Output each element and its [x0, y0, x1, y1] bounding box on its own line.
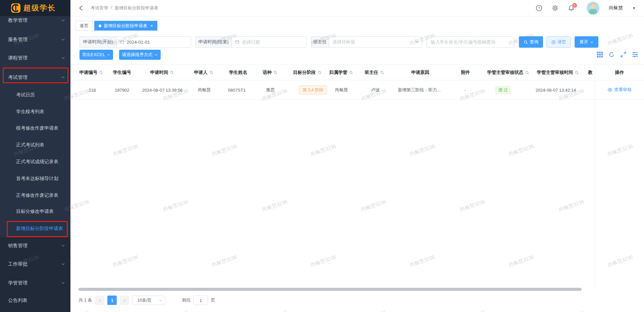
back-chevron-icon[interactable] [78, 5, 85, 11]
column-header-label: 语种 [263, 70, 272, 76]
column-header-label: 附件 [461, 70, 470, 76]
teacher-select[interactable]: 选择目标值 [329, 36, 422, 48]
student-search-input[interactable] [426, 36, 514, 48]
page-size-select[interactable]: 10条/页 [132, 296, 165, 305]
sidebar-item-sub-8[interactable]: 正式考试成绩记录表 [0, 154, 70, 169]
column-header-label: 教 [588, 70, 593, 76]
sidebar-item-2[interactable]: 课程管理 [0, 50, 70, 65]
main-content: 考试管理 / 新增目标分阶段申请表 ? [70, 0, 644, 312]
column-header-12: 学管主管审核时间 [537, 70, 579, 76]
calendar-icon [235, 40, 239, 44]
column-header-label: 学管主管审核时间 [537, 70, 573, 76]
horizontal-scrollbar[interactable] [78, 288, 582, 291]
column-search-icon[interactable] [317, 71, 321, 75]
column-header-label: 目标分阶段 [293, 70, 316, 76]
table-row[interactable]: 2181979022024-08-07 13:39:56尚稣慧0807ST1雅思… [70, 81, 644, 100]
goto-unit: 页 [211, 297, 215, 303]
sidebar-item-1[interactable]: 服务管理 [0, 32, 70, 47]
sidebar-item-3[interactable]: 考试管理 [0, 70, 70, 85]
sidebar-item-sub-7[interactable]: 正式考试列表 [0, 138, 70, 152]
fullscreen-icon[interactable] [621, 52, 626, 57]
column-header-3: 申请人 [194, 70, 213, 76]
column-search-icon[interactable] [209, 71, 213, 75]
app: 超级学长 教学管理服务管理课程管理考试管理考试日历学生模考列表模考修改作废申请表… [0, 0, 644, 312]
start-date-label: 申请时间(开始) [79, 36, 116, 48]
sidebar-item-14[interactable]: 工作审批 [0, 257, 70, 271]
fixed-operation-column: 操作 查看审核 [595, 64, 644, 288]
user-name[interactable]: 尚稣慧 [609, 5, 623, 11]
start-date-input[interactable] [116, 36, 191, 48]
topbar-actions: ? 0 [536, 2, 644, 14]
sidebar-item-sub-5[interactable]: 学生模考列表 [0, 104, 70, 119]
sidebar-item-sub-11[interactable]: 目标分修改申请表 [0, 204, 70, 219]
next-page-button[interactable]: › [120, 296, 129, 305]
column-header-label: 班主任 [365, 70, 378, 76]
column-header-label: 申请原因 [411, 70, 429, 76]
column-search-icon[interactable] [349, 71, 353, 75]
expand-button[interactable]: 展开 [575, 36, 598, 48]
sidebar-item-0[interactable]: 教学管理 [0, 13, 70, 28]
view-audit-link[interactable]: 查看审核 [607, 87, 632, 93]
start-date-value[interactable] [127, 40, 187, 45]
sidebar-item-label: 工作审批 [8, 261, 28, 267]
column-search-icon[interactable] [170, 71, 174, 75]
sidebar-item-sub-4[interactable]: 考试日历 [0, 88, 70, 102]
sidebar-item-label: 课程管理 [8, 55, 28, 61]
sidebar-item-label: 公告列表 [8, 297, 28, 304]
gear-icon[interactable] [552, 5, 558, 11]
sidebar-item-sub-12[interactable]: 新增目标分阶段申请表 [0, 221, 70, 236]
tab-active-dot [99, 25, 101, 27]
badge-green: 通 过 [495, 86, 511, 94]
chevron-down-icon [61, 281, 65, 285]
sidebar-item-label: 正式考试列表 [16, 142, 44, 148]
refresh-icon[interactable] [609, 52, 614, 57]
end-date-input[interactable] [231, 36, 307, 48]
column-header-8: 班主任 [365, 70, 384, 76]
breadcrumb: 考试管理 / 新增目标分阶段申请表 [91, 5, 158, 11]
column-header-6: 目标分阶段 [293, 70, 322, 76]
column-header-10: 附件 [461, 70, 470, 76]
column-search-icon[interactable] [380, 71, 384, 75]
sidebar-item-label: 首考未达标辅导计划 [16, 176, 58, 182]
end-date-label: 申请时间(结束) [195, 36, 231, 48]
sort-select-button[interactable]: 请选择排序方式 [119, 50, 161, 60]
avatar[interactable] [587, 2, 599, 14]
page-size-value: 10条/页 [137, 298, 151, 303]
tab-home[interactable]: 首页 [75, 21, 93, 31]
column-search-icon[interactable] [273, 71, 277, 75]
page-1-button[interactable]: 1 [107, 296, 117, 305]
action-bar: 导出EXCEL 请选择排序方式 [70, 50, 644, 60]
end-date-value[interactable] [242, 40, 303, 45]
chevron-up-icon [61, 75, 65, 79]
sidebar-item-label: 销售管理 [8, 242, 28, 249]
sidebar-item-15[interactable]: 学管管理 [0, 275, 70, 290]
column-search-icon[interactable] [525, 71, 529, 75]
sidebar-item-13[interactable]: 销售管理 [0, 238, 70, 253]
goto-page-input[interactable] [193, 296, 208, 305]
tab-close-icon[interactable]: × [150, 24, 153, 28]
sidebar-item-sub-9[interactable]: 首考未达标辅导计划 [0, 171, 70, 186]
user-caret-down-icon[interactable]: ▼ [632, 6, 636, 10]
query-button[interactable]: 查询 [519, 36, 543, 48]
badge-orange: 第 3,4 阶段 [299, 86, 327, 95]
tab-bar: 首页 新增目标分阶段申请表 × [70, 21, 157, 31]
breadcrumb-parent[interactable]: 考试管理 [91, 5, 108, 11]
chevron-down-icon [61, 243, 65, 248]
filter-settings-icon[interactable] [632, 52, 638, 57]
prev-page-button[interactable]: ‹ [95, 296, 104, 305]
grid-columns-icon[interactable] [597, 52, 603, 57]
tab-current-page[interactable]: 新增目标分阶段申请表 × [94, 21, 157, 31]
help-icon[interactable]: ? [536, 5, 542, 11]
export-excel-button[interactable]: 导出EXCEL [79, 50, 113, 60]
clear-button[interactable]: 清空 [546, 36, 571, 48]
sidebar-item-sub-6[interactable]: 模考修改作废申请表 [0, 121, 70, 136]
sidebar-item-16[interactable]: 公告列表 [0, 293, 70, 308]
sidebar-item-sub-10[interactable]: 正考修改作废记录表 [0, 188, 70, 203]
column-search-icon[interactable] [575, 71, 579, 75]
notifications-bell[interactable]: 0 [568, 5, 575, 11]
goto-page: 前往 页 [182, 296, 215, 305]
column-search-icon[interactable] [99, 71, 103, 75]
sidebar-item-label: 新增目标分阶段申请表 [16, 226, 63, 232]
table-cell-5: 雅思 [266, 87, 275, 93]
student-search-field[interactable] [431, 40, 510, 45]
